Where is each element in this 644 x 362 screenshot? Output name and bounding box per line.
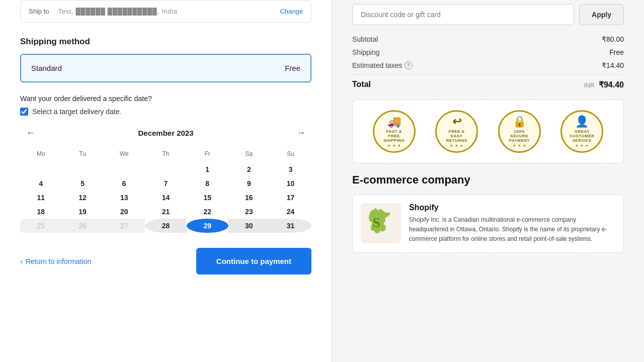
cal-day-21[interactable]: 21 [145,205,187,219]
cal-day[interactable] [103,162,145,176]
badge-service: 👤 GREATCUSTOMERSERVICE ★ ★ ★ [560,110,603,153]
cal-day-3[interactable]: 3 [270,162,311,176]
badge-returns: ↩ FREE &EASYRETURNS ★ ★ ★ [435,110,478,153]
shopify-logo-icon: S [367,208,395,238]
cal-day-11[interactable]: 11 [20,191,62,205]
shipping-option-name: Standard [31,64,62,72]
cal-day-19[interactable]: 19 [62,205,104,219]
shipping-value: Free [609,48,624,56]
calendar-header: ← December 2023 → [20,126,311,140]
cal-day-26[interactable]: 26 [62,219,104,233]
day-header-sa: Sa [228,147,270,162]
day-header-su: Su [270,147,311,162]
cal-day[interactable] [145,162,187,176]
taxes-label-wrap: Estimated taxes ? [352,61,413,69]
calendar-week-4: 18 19 20 21 22 23 24 [20,205,311,219]
cal-day-25[interactable]: 25 [20,219,62,233]
badge-payment-text: 100%SECUREPAYMENT [509,129,530,143]
cal-day-4[interactable]: 4 [20,176,62,191]
total-value: ₹94.40 [599,80,624,89]
checkbox-row: Select a target delivery date. [20,108,311,116]
badge-payment-stars: ★ ★ ★ [513,144,526,148]
change-link[interactable]: Change [280,8,303,15]
cal-day-27[interactable]: 27 [103,219,145,233]
delivery-date-checkbox[interactable] [20,108,28,116]
total-currency: INR [584,82,595,89]
cal-day-2[interactable]: 2 [228,162,270,176]
cal-day-16[interactable]: 16 [228,191,270,205]
return-chevron-icon: ‹ [20,257,23,265]
ecommerce-title: E-commerce company [352,173,624,187]
cal-day-5[interactable]: 5 [62,176,104,191]
badge-shipping: 🚚 FAST &FREESHIPPING ★ ★ ★ [373,110,416,153]
cal-day-8[interactable]: 8 [187,176,228,191]
cal-day-15[interactable]: 15 [187,191,228,205]
cal-day-20[interactable]: 20 [103,205,145,219]
ship-to-section: Ship to Test, ██████ ██████████, India C… [20,0,311,23]
badge-service-icon: 👤 [575,115,589,128]
calendar-week-3: 11 12 13 14 15 16 17 [20,191,311,205]
left-panel: Ship to Test, ██████ ██████████, India C… [0,0,332,362]
badge-shipping-icon: 🚚 [387,115,401,128]
badge-service-text: GREATCUSTOMERSERVICE [570,129,595,143]
badge-returns-icon: ↩ [452,115,462,128]
cal-day-24[interactable]: 24 [270,205,311,219]
calendar-header-row: Mo Tu We Th Fr Sa Su [20,147,311,162]
discount-input[interactable] [352,4,574,25]
cal-day-9[interactable]: 9 [228,176,270,191]
calendar-month-year: December 2023 [138,129,193,137]
day-header-fr: Fr [187,147,228,162]
bottom-actions: ‹ Return to information Continue to paym… [20,248,311,275]
cal-day-30[interactable]: 30 [228,219,270,233]
cal-day[interactable] [62,162,104,176]
checkbox-label: Select a target delivery date. [32,108,121,116]
subtotal-label: Subtotal [352,35,378,43]
cal-day-17[interactable]: 17 [270,191,311,205]
cal-day-6[interactable]: 6 [103,176,145,191]
return-link[interactable]: ‹ Return to information [20,257,91,265]
right-panel: Apply Subtotal ₹80.00 Shipping Free Esti… [332,0,644,362]
cal-day-22[interactable]: 22 [187,205,228,219]
calendar: ← December 2023 → Mo Tu We Th Fr Sa Su [20,126,311,233]
cal-day-1[interactable]: 1 [187,162,228,176]
calendar-week-1: 1 2 3 [20,162,311,176]
shopify-card: S Shopify Shopify Inc. is a Canadian mul… [352,195,624,253]
cal-day-28[interactable]: 28 [145,219,187,233]
cal-day-7[interactable]: 7 [145,176,187,191]
shipping-row: Shipping Free [352,48,624,56]
trust-badges-container: 🚚 FAST &FREESHIPPING ★ ★ ★ ↩ FREE &EASYR… [352,100,624,163]
subtotal-row: Subtotal ₹80.00 [352,35,624,43]
cal-day-14[interactable]: 14 [145,191,187,205]
apply-button[interactable]: Apply [579,4,624,25]
total-label: Total [352,80,371,89]
day-header-mo: Mo [20,147,62,162]
continue-to-payment-button[interactable]: Continue to payment [196,248,311,275]
cal-day[interactable] [20,162,62,176]
shopify-name: Shopify [409,203,615,212]
shipping-label: Shipping [352,48,380,56]
cal-day-29-selected[interactable]: 29 [187,219,228,233]
day-header-we: We [103,147,145,162]
ship-to-label: Ship to [29,8,49,15]
calendar-grid: Mo Tu We Th Fr Sa Su 1 2 [20,147,311,233]
cal-day-13[interactable]: 13 [103,191,145,205]
taxes-row: Estimated taxes ? ₹14.40 [352,61,624,69]
calendar-next-button[interactable]: → [292,126,309,140]
shopify-logo-wrap: S [361,203,401,243]
tax-info-icon[interactable]: ? [405,61,413,69]
cal-day-18[interactable]: 18 [20,205,62,219]
calendar-prev-button[interactable]: ← [22,126,39,140]
return-link-label: Return to information [26,257,92,265]
badge-returns-text: FREE &EASYRETURNS [446,129,467,143]
discount-row: Apply [352,0,624,25]
day-header-tu: Tu [62,147,104,162]
shipping-option[interactable]: Standard Free [20,54,311,82]
cal-day-10[interactable]: 10 [270,176,311,191]
shopify-info: Shopify Shopify Inc. is a Canadian multi… [409,203,615,244]
total-amount: INR ₹94.40 [584,80,624,89]
calendar-week-2: 4 5 6 7 8 9 10 [20,176,311,191]
cal-day-31[interactable]: 31 [270,219,311,233]
cal-day-12[interactable]: 12 [62,191,104,205]
cal-day-23[interactable]: 23 [228,205,270,219]
subtotal-value: ₹80.00 [602,35,624,43]
